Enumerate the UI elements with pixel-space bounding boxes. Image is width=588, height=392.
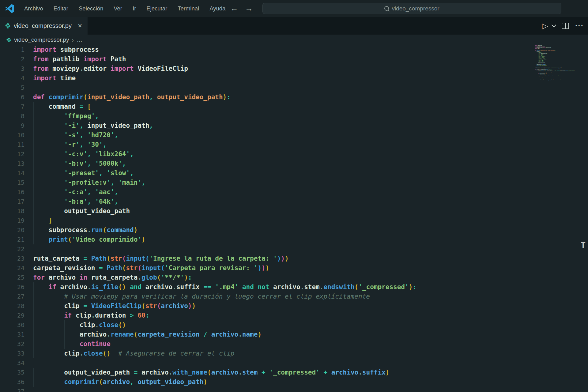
indent-guide	[49, 140, 49, 149]
line-number: 20	[0, 225, 33, 235]
line-number: 13	[0, 159, 33, 168]
indent-guide	[49, 320, 49, 330]
line-number: 2	[0, 55, 33, 64]
menu-item-ayuda[interactable]: Ayuda	[205, 4, 229, 13]
scrollbar[interactable]: T	[580, 45, 588, 392]
line-number: 5	[0, 83, 33, 92]
line-number: 3	[0, 64, 33, 74]
indent-guide	[33, 282, 34, 292]
code-line-29: 29 if clip.duration > 60:	[0, 311, 580, 320]
menu-item-ir[interactable]: Ir	[129, 4, 140, 13]
indent-guide	[49, 311, 49, 320]
code-line-12: 12 '-c:v', 'libx264',	[0, 149, 580, 159]
run-dropdown-icon[interactable]	[552, 22, 556, 27]
breadcrumb-symbol-ellipsis[interactable]: …	[77, 36, 83, 43]
indent-guide	[49, 187, 49, 197]
indent-guide	[33, 168, 34, 178]
line-number: 15	[0, 178, 33, 187]
indent-guide	[33, 377, 34, 387]
indent-guide	[49, 111, 49, 121]
line-number: 11	[0, 140, 33, 149]
line-number: 7	[0, 102, 33, 111]
code-line-20: 20 subprocess.run(command)	[0, 225, 580, 235]
line-number: 35	[0, 368, 33, 377]
code-line-2: 2from pathlib import Path	[0, 55, 580, 64]
code-area[interactable]: 1import subprocess2from pathlib import P…	[0, 45, 580, 392]
line-number: 18	[0, 206, 33, 216]
line-number: 21	[0, 235, 33, 244]
run-button[interactable]: ▷	[542, 21, 548, 30]
line-number: 36	[0, 377, 33, 387]
indent-guide	[64, 339, 65, 349]
line-number: 1	[0, 45, 33, 55]
code-line-11: 11 '-r', '30',	[0, 140, 580, 149]
indent-guide	[49, 292, 49, 301]
indent-guide	[49, 121, 49, 130]
indent-guide	[33, 320, 34, 330]
code-line-21: 21 print('Video comprimido')	[0, 235, 580, 244]
code-line-33: 33 clip.close() # Asegurarse de cerrar e…	[0, 349, 580, 358]
line-number: 10	[0, 130, 33, 140]
breadcrumb-file[interactable]: video_compressor.py	[14, 36, 69, 43]
back-button[interactable]: ←	[230, 0, 238, 17]
line-number: 22	[0, 244, 33, 254]
code-line-1: 1import subprocess	[0, 45, 580, 55]
menu-item-terminal[interactable]: Terminal	[174, 4, 203, 13]
code-line-28: 28 clip = VideoFileClip(str(archivo))	[0, 301, 580, 311]
command-center-search[interactable]: video_compressor	[262, 3, 561, 14]
indent-guide	[49, 330, 49, 339]
code-line-4: 4import time	[0, 74, 580, 83]
code-line-18: 18 output_video_path	[0, 206, 580, 216]
search-icon	[384, 6, 389, 11]
indent-guide	[33, 187, 34, 197]
code-line-3: 3from moviepy.editor import VideoFileCli…	[0, 64, 580, 74]
code-line-15: 15 '-profile:v', 'main',	[0, 178, 580, 187]
overview-ruler-marker: T	[581, 240, 586, 250]
indent-guide	[33, 140, 34, 149]
tab-label: video_compressor.py	[14, 22, 74, 29]
indent-guide	[33, 339, 34, 349]
menu-item-ejecutar[interactable]: Ejecutar	[142, 4, 171, 13]
menu-item-ver[interactable]: Ver	[110, 4, 126, 13]
more-actions-button[interactable]: ···	[575, 21, 584, 30]
code-line-16: 16 '-c:a', 'aac',	[0, 187, 580, 197]
indent-guide	[33, 292, 34, 301]
menu-item-seleccion[interactable]: Selección	[75, 4, 107, 13]
indent-guide	[49, 377, 49, 387]
code-line-14: 14 '-preset', 'slow',	[0, 168, 580, 178]
indent-guide	[49, 206, 49, 216]
indent-guide	[33, 197, 34, 206]
line-number: 23	[0, 254, 33, 263]
indent-guide	[49, 159, 49, 168]
python-icon	[5, 23, 11, 29]
code-line-31: 31 archivo.rename(carpeta_revision / arc…	[0, 330, 580, 339]
line-number: 16	[0, 187, 33, 197]
indent-guide	[33, 111, 34, 121]
code-line-19: 19 ]	[0, 216, 580, 225]
tab-close-button[interactable]: ×	[77, 22, 83, 29]
breadcrumb-separator-icon: ›	[72, 36, 74, 43]
indent-guide	[33, 130, 34, 140]
code-line-27: 27 # Usar moviepy para verificar la dura…	[0, 292, 580, 301]
line-number: 26	[0, 282, 33, 292]
code-line-13: 13 '-b:v', '5000k',	[0, 159, 580, 168]
menu-item-editar[interactable]: Editar	[50, 4, 72, 13]
titlebar: ArchivoEditarSelecciónVerIrEjecutarTermi…	[0, 0, 588, 17]
menu-item-archivo[interactable]: Archivo	[20, 4, 47, 13]
code-line-37	[535, 81, 578, 81]
forward-button[interactable]: →	[245, 0, 253, 17]
line-number: 33	[0, 349, 33, 358]
indent-guide	[49, 130, 49, 140]
code-line-34: 34	[0, 358, 580, 368]
editor-actions: ▷ ···	[542, 17, 584, 35]
indent-guide	[64, 320, 65, 330]
split-editor-button[interactable]	[562, 23, 569, 29]
minimap[interactable]: import subprocessfrom pathlib import Pat…	[535, 45, 578, 392]
code-line-9: 9 '-i', input_video_path,	[0, 121, 580, 130]
code-line-26: 26 if archivo.is_file() and archivo.suff…	[0, 282, 580, 292]
code-editor[interactable]: 1import subprocess2from pathlib import P…	[0, 45, 588, 392]
code-line-32: 32 continue	[0, 339, 580, 349]
indent-guide	[33, 368, 34, 377]
menu-bar: ArchivoEditarSelecciónVerIrEjecutarTermi…	[20, 4, 229, 13]
tab-video-compressor[interactable]: video_compressor.py ×	[0, 17, 88, 35]
